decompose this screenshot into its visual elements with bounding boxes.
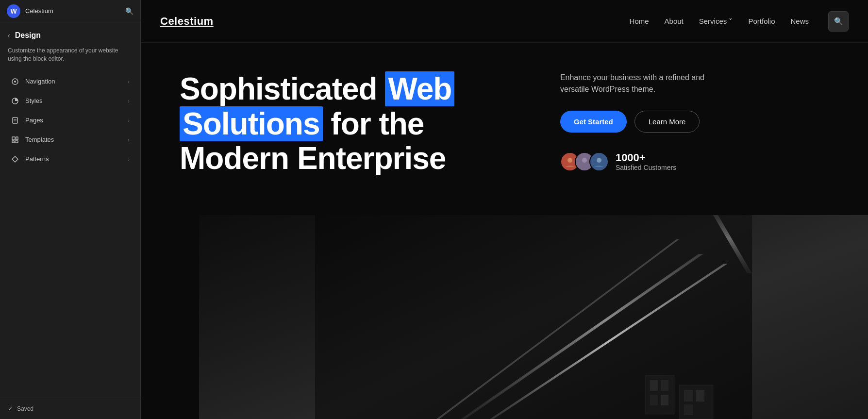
svg-rect-9	[15, 141, 18, 143]
nav-services[interactable]: Services ˅	[699, 17, 733, 26]
patterns-icon	[11, 155, 19, 164]
customer-label: Satisfied Customers	[616, 164, 676, 171]
headline-highlight-solutions: Solutions	[180, 106, 323, 141]
nav-search-icon: 🔍	[834, 17, 843, 26]
learn-more-button[interactable]: Learn More	[634, 111, 700, 133]
sidebar-item-navigation[interactable]: Navigation ›	[3, 72, 137, 91]
main-content: Celestium Home About Services ˅ Portfoli…	[141, 0, 868, 419]
svg-point-11	[582, 158, 587, 163]
nav-portfolio[interactable]: Portfolio	[748, 17, 775, 25]
nav-search-button[interactable]: 🔍	[828, 11, 849, 32]
sidebar-topbar: W Celestium 🔍	[0, 0, 140, 22]
sidebar-item-patterns[interactable]: Patterns ›	[3, 150, 137, 168]
back-arrow-icon[interactable]: ‹	[8, 32, 10, 39]
nav-news[interactable]: News	[790, 17, 809, 25]
saved-label: Saved	[17, 405, 33, 412]
patterns-label: Patterns	[25, 155, 122, 163]
svg-point-12	[597, 158, 601, 163]
styles-label: Styles	[25, 97, 122, 104]
customer-avatars	[560, 152, 609, 171]
styles-chevron: ›	[128, 98, 130, 104]
site-nav: Celestium Home About Services ˅ Portfoli…	[141, 0, 868, 43]
sidebar-header: ‹ Design	[0, 22, 140, 43]
headline-highlight-web: Web	[385, 71, 454, 106]
design-subtitle: Customize the appearance of your website…	[0, 43, 140, 70]
sidebar-site-name: Celestium	[25, 7, 120, 15]
navigation-icon	[11, 77, 19, 86]
customer-avatar-3	[589, 152, 609, 171]
templates-icon	[11, 135, 19, 144]
hero-headline: Sophisticated Web Solutions for the Mode…	[180, 72, 512, 176]
nav-about[interactable]: About	[665, 17, 684, 25]
svg-rect-7	[16, 137, 18, 140]
templates-label: Templates	[25, 136, 122, 143]
patterns-chevron: ›	[128, 156, 130, 162]
sidebar-item-styles[interactable]: Styles ›	[3, 92, 137, 110]
customer-count: 1000+	[616, 152, 676, 164]
wp-logo-icon: W	[7, 4, 20, 18]
headline-text-1: Sophisticated	[180, 71, 385, 106]
sidebar-item-pages[interactable]: Pages ›	[3, 111, 137, 130]
svg-rect-6	[12, 137, 15, 140]
nav-links: Home About Services ˅ Portfolio News	[630, 17, 809, 26]
customer-info: 1000+ Satisfied Customers	[616, 152, 676, 171]
design-title: Design	[15, 31, 41, 40]
saved-check-icon: ✓	[8, 405, 13, 412]
hero-left: Sophisticated Web Solutions for the Mode…	[141, 43, 541, 419]
svg-point-1	[14, 81, 16, 83]
customers-section: 1000+ Satisfied Customers	[560, 152, 839, 171]
hero-section: Sophisticated Web Solutions for the Mode…	[141, 43, 868, 419]
hero-right: Enhance your business with a refined and…	[541, 43, 868, 419]
templates-chevron: ›	[128, 137, 130, 143]
get-started-button[interactable]: Get Started	[560, 111, 627, 133]
styles-icon	[11, 97, 19, 105]
svg-rect-8	[12, 141, 14, 143]
svg-point-10	[568, 158, 572, 163]
svg-rect-3	[13, 117, 17, 123]
sidebar-nav: Navigation › Styles › Pages ›	[0, 70, 140, 171]
sidebar-item-templates[interactable]: Templates ›	[3, 131, 137, 149]
pages-label: Pages	[25, 117, 122, 124]
navigation-chevron: ›	[128, 79, 130, 84]
hero-buttons: Get Started Learn More	[560, 111, 839, 133]
pages-icon	[11, 116, 19, 125]
navigation-label: Navigation	[25, 78, 122, 85]
headline-line3: Modern Enterprise	[180, 141, 446, 176]
hero-description: Enhance your business with a refined and…	[560, 72, 735, 95]
sidebar-footer: ✓ Saved	[0, 398, 140, 419]
sidebar: W Celestium 🔍 ‹ Design Customize the app…	[0, 0, 141, 419]
site-logo[interactable]: Celestium	[160, 15, 214, 28]
sidebar-search-icon[interactable]: 🔍	[125, 7, 134, 15]
pages-chevron: ›	[128, 117, 130, 123]
headline-text-2: for the	[323, 106, 424, 141]
nav-home[interactable]: Home	[630, 17, 649, 25]
